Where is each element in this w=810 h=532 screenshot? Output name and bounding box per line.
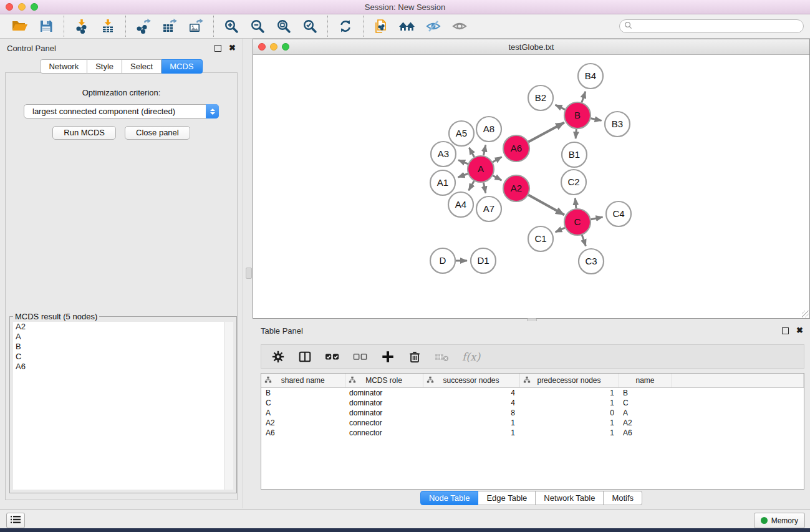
table-row[interactable]: Bdominator41B <box>261 388 804 399</box>
graph-edge-A-A4[interactable] <box>469 181 475 190</box>
table-cell[interactable]: A <box>261 408 345 418</box>
open-session-icon[interactable] <box>9 16 31 36</box>
export-image-icon[interactable] <box>185 16 206 36</box>
table-cell[interactable]: 0 <box>519 408 619 418</box>
graph-edge-A2-C[interactable] <box>528 195 564 215</box>
zoom-fit-icon[interactable] <box>273 16 294 36</box>
deselect-all-icon[interactable] <box>352 349 369 365</box>
close-panel-icon[interactable]: ✖ <box>229 45 236 51</box>
table-cell[interactable]: dominator <box>345 398 423 408</box>
tab-motifs[interactable]: Motifs <box>604 491 642 505</box>
add-icon[interactable] <box>380 349 395 365</box>
net-close-icon[interactable] <box>258 43 266 51</box>
net-minimize-icon[interactable] <box>270 43 277 51</box>
table-cell[interactable]: 1 <box>423 418 519 428</box>
select-all-icon[interactable] <box>324 349 340 365</box>
table-close-panel-icon[interactable]: ✖ <box>796 327 803 334</box>
split-view-icon[interactable] <box>297 349 312 365</box>
table-cell[interactable]: C <box>619 398 672 408</box>
settings-icon[interactable] <box>271 349 286 365</box>
zoom-out-icon[interactable] <box>247 16 268 36</box>
delete-icon[interactable] <box>407 349 422 365</box>
save-session-icon[interactable] <box>36 16 57 36</box>
run-mcds-button[interactable]: Run MCDS <box>52 126 116 140</box>
memory-button[interactable]: Memory <box>754 513 805 528</box>
table-row[interactable]: A2connector11A2 <box>261 418 804 428</box>
column-header-shared-name[interactable]: shared name <box>261 374 345 388</box>
table-row[interactable]: A6connector11A6 <box>261 428 804 438</box>
graph-edge-A-A5[interactable] <box>469 148 474 157</box>
network-canvas[interactable]: AA1A3A5A8A6A2A4A7BB2B4B3B1C2CC4C1C3DD1 <box>253 55 809 318</box>
tab-edge-table[interactable]: Edge Table <box>478 491 536 505</box>
table-cell[interactable]: 4 <box>423 388 519 399</box>
tab-network-table[interactable]: Network Table <box>536 491 604 505</box>
export-table-icon[interactable] <box>159 16 180 36</box>
graph-edge-A-A1[interactable] <box>458 174 468 178</box>
dropdown-stepper-icon[interactable] <box>206 104 219 118</box>
tab-node-table[interactable]: Node Table <box>420 491 479 505</box>
float-panel-icon[interactable] <box>215 45 221 52</box>
clone-network-icon[interactable] <box>370 16 392 36</box>
graph-edge-A-A6[interactable] <box>493 157 502 163</box>
table-row[interactable]: Cdominator41C <box>261 398 804 408</box>
tab-select[interactable]: Select <box>122 59 162 74</box>
resize-grip-icon[interactable] <box>802 311 809 317</box>
table-cell[interactable]: 1 <box>423 428 519 438</box>
net-zoom-icon[interactable] <box>282 43 289 51</box>
task-history-button[interactable] <box>6 513 25 528</box>
show-selected-icon[interactable] <box>449 16 470 36</box>
search-box[interactable] <box>619 19 804 33</box>
zoom-in-icon[interactable] <box>221 16 242 36</box>
zoom-window-icon[interactable] <box>31 3 38 11</box>
table-cell[interactable]: connector <box>345 428 423 438</box>
graph-edge-A-A7[interactable] <box>483 183 485 193</box>
graph-edge-B-B4[interactable] <box>582 92 586 102</box>
graph-edge-B-B2[interactable] <box>556 105 566 110</box>
table-cell[interactable]: B <box>619 388 672 399</box>
table-row[interactable]: Adominator80A <box>261 408 804 418</box>
table-cell[interactable]: 1 <box>519 428 619 438</box>
table-float-panel-icon[interactable] <box>782 327 789 334</box>
vertical-splitter-handle[interactable] <box>246 268 252 279</box>
criterion-dropdown[interactable]: largest connected component (directed) <box>24 104 219 118</box>
close-window-icon[interactable] <box>6 3 13 11</box>
mcds-result-item[interactable]: B <box>13 342 233 352</box>
table-cell[interactable]: 1 <box>519 398 619 408</box>
table-cell[interactable]: 8 <box>423 408 519 418</box>
graph-edge-B-B1[interactable] <box>576 129 576 138</box>
table-cell[interactable]: B <box>261 388 345 399</box>
hide-selected-icon[interactable] <box>423 16 444 36</box>
table-cell[interactable]: connector <box>345 418 423 428</box>
graph-edge-A-A2[interactable] <box>493 176 501 181</box>
minimize-window-icon[interactable] <box>18 3 26 11</box>
refresh-icon[interactable] <box>335 16 356 36</box>
tab-network[interactable]: Network <box>40 59 87 74</box>
tab-style[interactable]: Style <box>87 59 122 74</box>
import-table-icon[interactable] <box>97 16 118 36</box>
table-cell[interactable]: A6 <box>261 428 345 438</box>
graph-edge-C-C3[interactable] <box>582 235 586 246</box>
table-cell[interactable]: 1 <box>519 388 619 399</box>
tab-mcds[interactable]: MCDS <box>162 59 202 74</box>
zoom-selected-icon[interactable] <box>299 16 321 36</box>
column-header-name[interactable]: name <box>619 374 672 388</box>
home-icon[interactable] <box>397 16 418 36</box>
table-cell[interactable]: dominator <box>345 408 423 418</box>
graph-edge-C-C1[interactable] <box>556 228 565 232</box>
mcds-result-item[interactable]: A2 <box>13 322 233 332</box>
table-cell[interactable]: A6 <box>619 428 672 438</box>
table-cell[interactable]: C <box>261 398 345 408</box>
mcds-result-item[interactable]: A6 <box>13 362 233 372</box>
mcds-result-item[interactable]: A <box>13 332 233 342</box>
column-header-MCDS-role[interactable]: MCDS role <box>345 374 423 388</box>
table-cell[interactable]: A2 <box>619 418 672 428</box>
graph-edge-A6-B[interactable] <box>528 122 564 142</box>
graph-edge-A-A8[interactable] <box>483 145 485 156</box>
graph-edge-B-B3[interactable] <box>591 118 602 121</box>
table-cell[interactable]: 4 <box>423 398 519 408</box>
column-header-successor-nodes[interactable]: successor nodes <box>423 374 519 388</box>
table-cell[interactable]: A2 <box>261 418 345 428</box>
table-cell[interactable]: dominator <box>345 388 423 399</box>
graph-edge-C-C4[interactable] <box>591 217 603 220</box>
import-network-icon[interactable] <box>71 16 92 36</box>
